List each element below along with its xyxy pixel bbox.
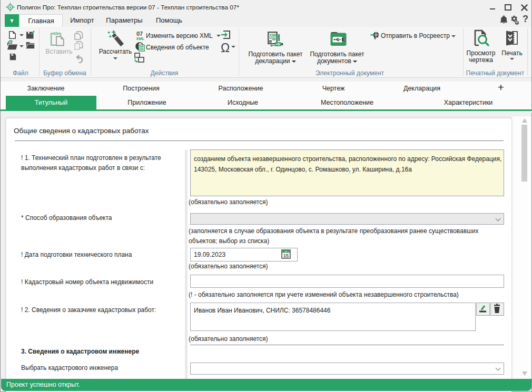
svg-text:XML: XML <box>269 33 279 38</box>
svg-text:15: 15 <box>283 253 289 258</box>
svg-text:XML: XML <box>136 36 145 41</box>
